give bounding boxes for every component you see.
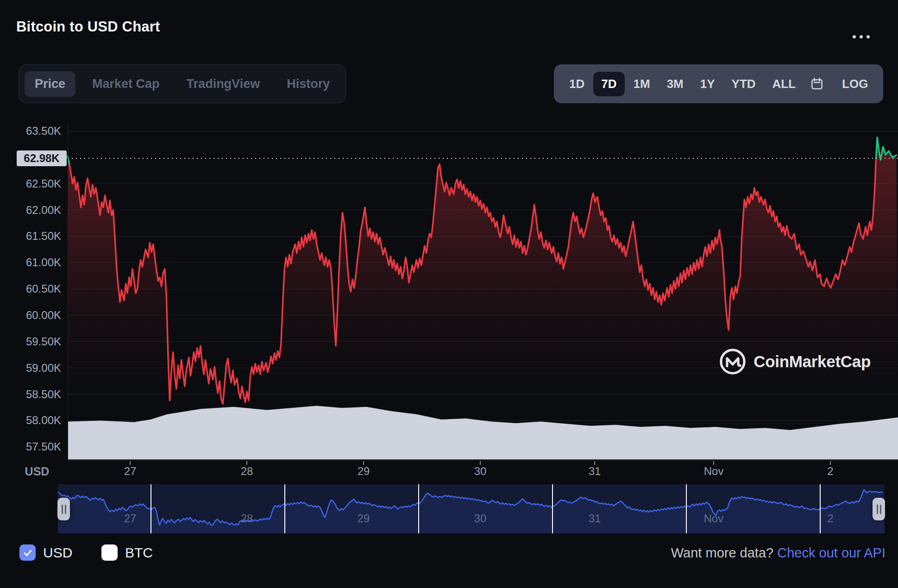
currency-label: BTC (125, 545, 153, 561)
navigator-right-handle[interactable] (873, 498, 885, 520)
navigator-day-separator (284, 484, 285, 533)
currency-label: USD (43, 545, 72, 561)
coinmarketcap-watermark: CoinMarketCap (718, 347, 871, 376)
navigator-day-separator (151, 484, 151, 533)
navigator-day-separator (418, 484, 419, 533)
plot-left-border (68, 123, 68, 460)
currency-toggle-btc[interactable]: BTC (101, 544, 153, 561)
navigator-tick-label: 27 (112, 512, 149, 525)
currency-toggle-usd[interactable]: USD (19, 544, 72, 561)
navigator-tick-label: 2 (812, 512, 849, 525)
current-price-badge: 62.98K (17, 150, 67, 166)
navigator-day-separator (552, 484, 553, 533)
navigator-tick-label: 29 (345, 512, 382, 525)
price-line-chart[interactable] (0, 0, 898, 482)
navigator-tick-label: 31 (576, 512, 613, 525)
api-cta: Want more data? Check out our API (671, 545, 885, 561)
range-navigator[interactable]: 2728293031Nov2 (58, 484, 885, 533)
navigator-day-separator (686, 484, 687, 533)
navigator-tick-label: 28 (228, 512, 265, 525)
api-link[interactable]: Check out our API (777, 545, 885, 560)
navigator-day-separator (820, 484, 821, 533)
y-axis-currency-label: USD (19, 465, 56, 478)
navigator-left-handle[interactable] (57, 498, 70, 520)
cta-text: Want more data? (671, 545, 773, 560)
navigator-tick-label: Nov (695, 512, 732, 525)
watermark-label: CoinMarketCap (754, 352, 871, 371)
checkbox-checked-icon[interactable] (19, 544, 36, 561)
navigator-tick-label: 30 (462, 512, 499, 525)
x-axis-line (68, 459, 898, 460)
coinmarketcap-logo-icon (718, 347, 747, 376)
checkbox-unchecked-icon[interactable] (101, 544, 118, 561)
bitcoin-usd-chart-panel: Bitcoin to USD Chart PriceMarket CapTrad… (0, 0, 898, 588)
